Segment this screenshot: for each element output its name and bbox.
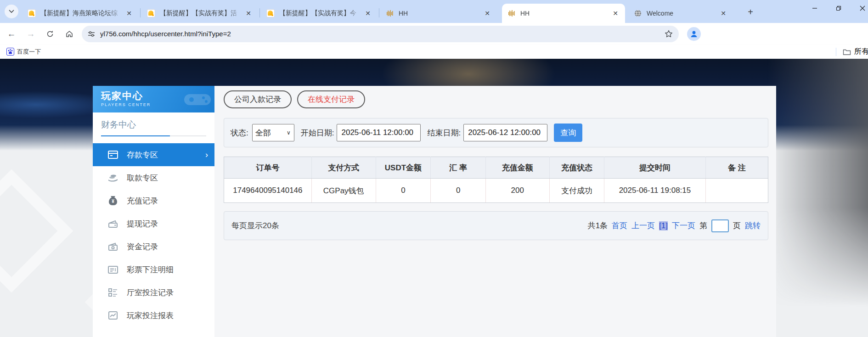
gamepad-icon xyxy=(184,90,211,109)
tab-welcome[interactable]: Welcome ✕ xyxy=(628,4,733,23)
deco-shape xyxy=(0,169,73,293)
profile-avatar[interactable] xyxy=(687,27,701,41)
query-button[interactable]: 查询 xyxy=(554,124,582,142)
address-bar[interactable]: yl756.com/hhcp/usercenter.html?iniType=2 xyxy=(82,26,679,42)
tab-shizhan-2[interactable]: 【新提醒】【实战有奖】今 ✕ xyxy=(261,4,378,23)
jump-link[interactable]: 跳转 xyxy=(745,220,761,231)
finance-center-heading: 财务中心 xyxy=(93,112,214,131)
sidebar-item-label: 玩家投注报表 xyxy=(127,310,174,321)
cell-payment-method: CGPay钱包 xyxy=(311,179,376,203)
new-tab-button[interactable]: + xyxy=(744,6,757,18)
players-center-banner: 玩家中心 PLAYERS CENTER xyxy=(93,86,214,112)
page-jump-input[interactable] xyxy=(711,219,729,232)
tab-hh-2-active[interactable]: HH ✕ xyxy=(502,4,625,23)
minimize-button[interactable] xyxy=(803,0,827,17)
start-date-input[interactable] xyxy=(337,124,421,141)
gold-wave-favicon xyxy=(386,9,394,17)
recharge-record-icon: ¥ xyxy=(107,196,118,206)
tab-close-icon[interactable]: ✕ xyxy=(243,9,254,18)
funds-record-icon xyxy=(107,242,118,252)
col-payment-method: 支付方式 xyxy=(311,157,376,179)
bookmark-baidu[interactable]: 百度一下 xyxy=(6,48,41,56)
sidebar-item-label: 彩票下注明细 xyxy=(127,264,174,275)
folder-icon xyxy=(843,48,851,56)
table-row: 1749640095140146 CGPay钱包 0 0 200 支付成功 20… xyxy=(224,179,768,203)
cell-recharge-amount: 200 xyxy=(485,179,549,203)
sidebar-item-player-report[interactable]: 玩家投注报表 xyxy=(93,304,214,327)
select-caret-icon: ∨ xyxy=(287,129,291,136)
chat-favicon xyxy=(266,9,275,17)
bookmark-star-icon[interactable] xyxy=(664,29,673,39)
chevron-down-icon xyxy=(9,10,14,13)
person-icon xyxy=(689,29,699,39)
url-text[interactable]: yl756.com/hhcp/usercenter.html?iniType=2 xyxy=(100,30,664,38)
tab-title: HH xyxy=(520,10,610,17)
tab-close-icon[interactable]: ✕ xyxy=(124,9,134,18)
svg-text:¥: ¥ xyxy=(112,199,114,204)
cell-exchange-rate: 0 xyxy=(431,179,486,203)
total-count-text: 共1条 xyxy=(588,220,608,231)
jump-prefix-text: 第 xyxy=(699,220,707,231)
status-label: 状态: xyxy=(231,128,248,138)
pagination-bar: 每页显示20条 共1条 首页 上一页 [1] 下一页 第 页 跳转 xyxy=(224,211,768,240)
prev-page-link[interactable]: 上一页 xyxy=(631,220,655,231)
current-page-indicator[interactable]: [1] xyxy=(659,221,668,230)
bookmark-label: 百度一下 xyxy=(17,48,41,56)
next-page-link[interactable]: 下一页 xyxy=(672,220,695,231)
all-bookmarks[interactable]: 所有书签 xyxy=(836,45,868,59)
tab-close-icon[interactable]: ✕ xyxy=(363,9,373,18)
tab-close-icon[interactable]: ✕ xyxy=(718,9,728,18)
sidebar-item-funds-records[interactable]: 资金记录 xyxy=(93,235,214,258)
sidebar-item-hall-bet-records[interactable]: 厅室投注记录 xyxy=(93,281,214,304)
tab-title: 【新提醒】海燕策略论坛综 xyxy=(40,9,124,17)
online-payment-records-tab[interactable]: 在线支付记录 xyxy=(297,90,365,108)
tab-haiyan-forum[interactable]: 【新提醒】海燕策略论坛综 ✕ xyxy=(22,4,139,23)
cell-order-number: 1749640095140146 xyxy=(224,179,312,203)
col-submit-time: 提交时间 xyxy=(604,157,705,179)
tab-title: 【新提醒】【实战有奖】今 xyxy=(279,9,363,17)
sidebar-item-recharge-records[interactable]: ¥ 充值记录 xyxy=(93,189,214,212)
tab-close-icon[interactable]: ✕ xyxy=(482,9,492,18)
col-order-number: 订单号 xyxy=(224,157,312,179)
sidebar-item-withdrawal-records[interactable]: 提现记录 xyxy=(93,212,214,235)
maximize-button[interactable] xyxy=(827,0,851,17)
status-select[interactable]: 全部 ∨ xyxy=(252,124,294,141)
tab-shizhan-1[interactable]: 【新提醒】【实战有奖】活 ✕ xyxy=(141,4,258,23)
all-bookmarks-label: 所有书签 xyxy=(854,47,868,56)
globe-favicon xyxy=(634,9,642,17)
company-deposit-records-tab[interactable]: 公司入款记录 xyxy=(224,90,292,108)
close-window-button[interactable] xyxy=(851,0,868,17)
site-settings-icon[interactable] xyxy=(87,30,96,38)
window-controls xyxy=(803,0,868,17)
sidebar-item-lottery-bet-details[interactable]: 彩票下注明细 xyxy=(93,258,214,281)
tab-title: 【新提醒】【实战有奖】活 xyxy=(160,9,243,17)
tab-hh-1[interactable]: HH ✕ xyxy=(380,4,497,23)
reload-button[interactable] xyxy=(42,26,58,42)
col-recharge-amount: 充值金额 xyxy=(485,157,549,179)
chat-favicon xyxy=(147,9,155,17)
forward-button[interactable]: → xyxy=(23,26,39,42)
gold-wave-favicon xyxy=(507,9,516,17)
home-button[interactable] xyxy=(62,26,77,42)
bookmarks-divider xyxy=(836,48,836,56)
browser-tab-strip: 【新提醒】海燕策略论坛综 ✕ 【新提醒】【实战有奖】活 ✕ 【新提醒】【实战有奖… xyxy=(0,0,868,23)
status-selected-value: 全部 xyxy=(255,128,271,138)
tab-close-icon[interactable]: ✕ xyxy=(610,9,620,18)
back-button[interactable]: ← xyxy=(4,26,19,42)
user-center-panel: 玩家中心 PLAYERS CENTER 财务中心 存款专区 › 取款专区 ¥ xyxy=(93,86,776,337)
withdrawal-record-icon xyxy=(107,219,118,229)
chevron-right-icon: › xyxy=(205,150,208,160)
tab-search-button[interactable] xyxy=(5,5,18,18)
sidebar-item-label: 取款专区 xyxy=(127,173,158,183)
sidebar-item-withdraw[interactable]: 取款专区 xyxy=(93,166,214,189)
col-remark: 备 注 xyxy=(705,157,768,179)
end-date-input[interactable] xyxy=(463,124,547,141)
tab-title: HH xyxy=(399,10,482,17)
first-page-link[interactable]: 首页 xyxy=(612,220,627,231)
jump-suffix-text: 页 xyxy=(733,220,741,231)
col-recharge-status: 充值状态 xyxy=(549,157,604,179)
sidebar-menu: 存款专区 › 取款专区 ¥ 充值记录 提现记录 资金记录 xyxy=(93,143,214,327)
sidebar-item-deposit[interactable]: 存款专区 › xyxy=(93,143,214,166)
tab-separator xyxy=(259,8,260,17)
sidebar-item-label: 资金记录 xyxy=(127,242,158,252)
